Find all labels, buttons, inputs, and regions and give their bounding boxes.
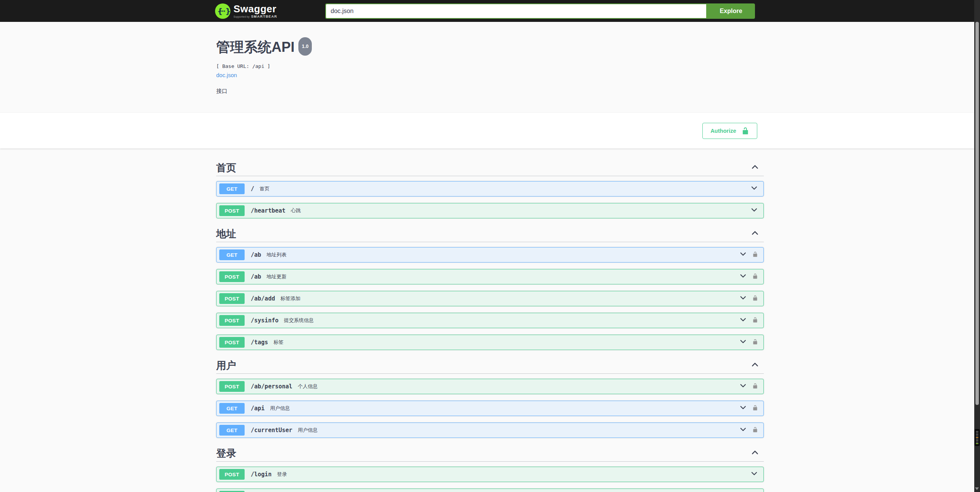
- unlock-icon[interactable]: [752, 295, 758, 302]
- operation-row[interactable]: POST /sysinfo 提交系统信息: [216, 313, 764, 328]
- method-badge: GET: [219, 249, 245, 260]
- operation-row[interactable]: POST /tags 标签: [216, 335, 764, 350]
- unlock-icon[interactable]: [752, 273, 758, 281]
- operation-path: /ab: [251, 251, 261, 258]
- method-badge: POST: [219, 293, 245, 304]
- spec-link[interactable]: doc.json: [216, 72, 237, 78]
- operations-area: 首页 GET / 首页 POST /heartbeat 心跳: [210, 159, 770, 492]
- swagger-logo: { } Swagger Supported by SMARTBEAR: [215, 3, 277, 19]
- chevron-up-icon[interactable]: [751, 229, 759, 239]
- scrollbar-track[interactable]: [974, 0, 980, 492]
- operation-summary: 提交系统信息: [284, 317, 314, 324]
- method-badge: POST: [219, 381, 245, 392]
- api-description: 接口: [216, 88, 764, 95]
- chevron-down-icon[interactable]: [739, 250, 747, 259]
- smartbear-label: SMARTBEAR: [251, 15, 277, 18]
- chevron-down-icon[interactable]: [750, 470, 758, 479]
- api-section: 用户 POST /ab/personal 个人信息: [216, 357, 764, 438]
- chevron-up-icon[interactable]: [751, 163, 759, 173]
- section-title: 登录: [216, 447, 236, 459]
- chevron-down-icon[interactable]: [739, 338, 747, 347]
- unlock-icon[interactable]: [752, 251, 758, 259]
- chevron-down-icon[interactable]: [739, 426, 747, 435]
- unlock-icon[interactable]: [752, 427, 758, 434]
- scrollbar-minimap[interactable]: [975, 429, 980, 446]
- operation-row[interactable]: POST /ab/add 标签添加: [216, 291, 764, 306]
- chevron-down-icon[interactable]: [739, 404, 747, 413]
- operation-path: /heartbeat: [251, 207, 285, 214]
- section-header[interactable]: 地址: [216, 225, 764, 242]
- unlock-icon: [742, 127, 749, 135]
- scrollbar-thumb[interactable]: [975, 22, 979, 405]
- operation-row[interactable]: POST /heartbeat 心跳: [216, 203, 764, 218]
- unlock-icon[interactable]: [752, 383, 758, 390]
- operation-summary: 首页: [260, 185, 270, 192]
- chevron-down-icon[interactable]: [739, 294, 747, 303]
- spec-url-input[interactable]: [325, 3, 707, 19]
- method-badge: POST: [219, 271, 245, 282]
- version-badge: 1.0: [298, 37, 312, 56]
- operation-row[interactable]: GET /ab 地址列表: [216, 247, 764, 263]
- operation-row[interactable]: POST /ab/personal 个人信息: [216, 379, 764, 394]
- operation-path: /: [251, 185, 254, 192]
- api-title-text: 管理系统API: [216, 40, 295, 55]
- svg-text:}: }: [225, 7, 230, 15]
- chevron-down-icon[interactable]: [750, 206, 758, 215]
- chevron-down-icon[interactable]: [739, 316, 747, 325]
- api-section: 地址 GET /ab 地址列表 POST: [216, 225, 764, 350]
- api-section: 登录 POST /login 登录 POST /logout 登录状态: [216, 444, 764, 492]
- operation-path: /tags: [251, 339, 268, 346]
- chevron-down-icon[interactable]: [739, 272, 747, 281]
- operation-path: /ab/add: [251, 295, 275, 302]
- svg-text:{: {: [217, 7, 223, 15]
- operation-summary: 用户信息: [298, 427, 318, 434]
- operation-summary: 用户信息: [270, 405, 290, 412]
- section-title: 首页: [216, 162, 236, 173]
- method-badge: POST: [219, 337, 245, 348]
- authorize-button[interactable]: Authorize: [702, 123, 757, 139]
- operation-row[interactable]: POST /logout 登录状态: [216, 489, 764, 492]
- method-badge: POST: [219, 205, 245, 216]
- base-url: [ Base URL: /api ]: [216, 63, 764, 69]
- operation-summary: 标签添加: [280, 295, 300, 302]
- explore-button[interactable]: Explore: [707, 3, 755, 19]
- operation-row[interactable]: GET /api 用户信息: [216, 401, 764, 416]
- section-header[interactable]: 用户: [216, 357, 764, 374]
- page-title: 管理系统API 1.0: [216, 40, 764, 58]
- chevron-down-icon[interactable]: [739, 382, 747, 391]
- unlock-icon[interactable]: [752, 339, 758, 346]
- section-title: 地址: [216, 228, 236, 239]
- operation-path: /ab/personal: [251, 383, 292, 390]
- chevron-down-icon[interactable]: [750, 184, 758, 193]
- operation-summary: 地址列表: [267, 251, 286, 258]
- scheme-container: Authorize: [0, 113, 980, 149]
- method-badge: POST: [219, 469, 245, 480]
- section-header[interactable]: 登录: [216, 444, 764, 462]
- scrollbar-down-arrow-icon[interactable]: [975, 487, 979, 490]
- chevron-up-icon[interactable]: [751, 448, 759, 458]
- operation-path: /ab: [251, 273, 261, 280]
- brand-title: Swagger: [233, 4, 277, 14]
- section-title: 用户: [216, 360, 236, 371]
- operation-summary: 心跳: [291, 207, 301, 214]
- method-badge: GET: [219, 403, 245, 414]
- unlock-icon[interactable]: [752, 405, 758, 412]
- topbar: { } Swagger Supported by SMARTBEAR Explo…: [0, 0, 980, 22]
- operation-row[interactable]: POST /login 登录: [216, 467, 764, 482]
- operation-summary: 地址更新: [267, 273, 286, 280]
- operation-row[interactable]: POST /ab 地址更新: [216, 269, 764, 284]
- operation-path: /sysinfo: [251, 317, 278, 324]
- unlock-icon[interactable]: [752, 317, 758, 324]
- method-badge: GET: [219, 183, 245, 194]
- operation-path: /login: [251, 471, 271, 478]
- operation-summary: 个人信息: [298, 383, 318, 390]
- operation-summary: 标签: [273, 339, 283, 346]
- swagger-logo-icon: { }: [215, 3, 230, 19]
- api-section: 首页 GET / 首页 POST /heartbeat 心跳: [216, 159, 764, 218]
- operation-row[interactable]: GET /currentUser 用户信息: [216, 423, 764, 438]
- section-header[interactable]: 首页: [216, 159, 764, 176]
- chevron-up-icon[interactable]: [751, 360, 759, 370]
- operation-row[interactable]: GET / 首页: [216, 181, 764, 196]
- spec-url-form: Explore: [325, 3, 755, 19]
- method-badge: POST: [219, 315, 245, 326]
